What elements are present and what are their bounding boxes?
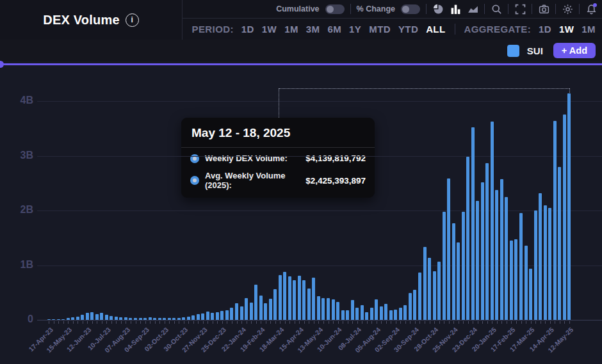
volume-bar[interactable] [254,285,257,320]
volume-bar[interactable] [409,293,412,320]
volume-bar[interactable] [158,318,161,320]
volume-bar[interactable] [375,299,378,320]
volume-bar[interactable] [471,127,475,320]
period-option-ytd[interactable]: YTD [398,24,418,35]
volume-bar[interactable] [283,272,286,320]
volume-bar[interactable] [336,302,339,320]
volume-bar[interactable] [235,303,238,320]
volume-bar[interactable] [110,316,113,320]
range-slider-track[interactable] [0,63,602,65]
volume-bar[interactable] [548,208,551,320]
volume-bar[interactable] [105,315,108,320]
info-icon[interactable]: i [126,13,139,27]
volume-bar[interactable] [317,296,320,320]
volume-bar[interactable] [288,276,291,320]
volume-bar[interactable] [514,239,517,320]
sui-series-swatch[interactable] [507,45,519,57]
volume-bar[interactable] [143,318,147,320]
search-icon[interactable] [491,3,502,15]
volume-bar[interactable] [52,319,55,320]
volume-bar[interactable] [505,197,508,320]
volume-bar[interactable] [163,318,166,320]
volume-bar[interactable] [558,167,561,320]
volume-bar[interactable] [485,163,489,320]
volume-bar[interactable] [211,313,214,320]
percent-change-toggle[interactable] [401,4,420,14]
volume-bar[interactable] [230,308,233,320]
volume-bar[interactable] [443,212,446,320]
volume-bar[interactable] [264,303,267,320]
volume-bar[interactable] [191,315,195,320]
sui-series-label[interactable]: SUI [527,45,543,56]
volume-bar[interactable] [563,115,566,320]
volume-bar[interactable] [206,312,209,320]
volume-bar[interactable] [307,289,311,320]
volume-bar[interactable] [168,318,171,320]
volume-bar[interactable] [447,178,450,320]
volume-bar[interactable] [216,312,219,320]
volume-bar[interactable] [100,313,103,320]
area-chart-icon[interactable] [467,3,478,15]
period-option-3m[interactable]: 3M [306,24,320,35]
volume-bar[interactable] [433,271,436,320]
camera-icon[interactable] [538,3,549,15]
volume-bar[interactable] [351,300,354,320]
volume-bar[interactable] [413,290,416,320]
period-option-6m[interactable]: 6M [327,24,341,35]
volume-bar[interactable] [47,319,51,320]
volume-bar[interactable] [327,298,330,320]
volume-bar[interactable] [240,306,243,320]
volume-bar[interactable] [81,315,84,320]
volume-bar[interactable] [466,157,469,320]
volume-bar[interactable] [86,313,89,320]
volume-bar[interactable] [273,289,277,320]
volume-bar[interactable] [71,317,74,320]
volume-bar[interactable] [61,319,65,320]
volume-bar[interactable] [428,258,431,320]
volume-bar[interactable] [370,308,373,320]
volume-bar[interactable] [298,276,301,320]
bell-icon[interactable] [585,3,597,15]
volume-bar[interactable] [403,305,407,320]
period-option-1w[interactable]: 1W [262,24,277,35]
volume-bar[interactable] [90,312,94,320]
volume-bar[interactable] [525,246,528,320]
volume-bar[interactable] [476,201,479,320]
volume-bar[interactable] [544,205,547,320]
volume-bar[interactable] [399,308,402,320]
volume-bar[interactable] [225,310,229,320]
volume-bar[interactable] [250,303,253,320]
volume-bar[interactable] [119,317,122,320]
range-slider-left-handle[interactable] [0,61,4,68]
volume-bar[interactable] [452,223,455,320]
volume-bar[interactable] [95,314,99,320]
add-series-button[interactable]: + Add [553,43,596,58]
volume-bar[interactable] [332,299,335,320]
volume-bar[interactable] [481,182,484,320]
volume-bar[interactable] [355,308,359,320]
volume-bar[interactable] [269,299,272,320]
volume-bar[interactable] [321,298,325,320]
volume-bar[interactable] [462,212,465,320]
pie-chart-icon[interactable] [432,3,444,15]
period-option-1d[interactable]: 1D [241,24,254,35]
fullscreen-icon[interactable] [514,3,526,15]
bar-chart-icon[interactable] [450,3,461,15]
volume-bar[interactable] [149,317,152,320]
volume-bar[interactable] [67,318,70,320]
volume-bar[interactable] [529,269,532,320]
volume-bar[interactable] [384,304,387,320]
volume-bar[interactable] [394,310,397,320]
aggregate-option-1w[interactable]: 1W [559,24,574,35]
volume-bar[interactable] [134,318,137,320]
volume-bar[interactable] [129,318,132,320]
volume-bar[interactable] [457,242,460,320]
volume-bar[interactable] [346,310,349,320]
period-option-all[interactable]: ALL [426,24,445,35]
volume-bar[interactable] [519,213,523,320]
volume-bar[interactable] [302,280,305,320]
volume-bar[interactable] [245,298,248,320]
volume-bar[interactable] [495,190,498,320]
volume-bar[interactable] [380,306,383,320]
volume-bar[interactable] [341,310,345,320]
